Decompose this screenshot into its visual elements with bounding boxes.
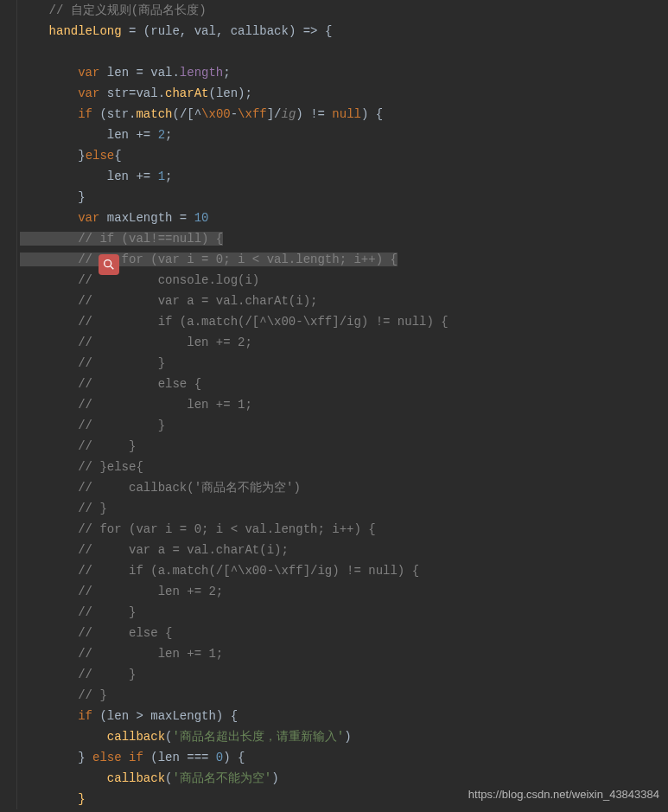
code-line: // } <box>0 602 668 623</box>
code-line: // 自定义规则(商品名长度) <box>0 0 668 21</box>
code-line: handleLong = (rule, val, callback) => { <box>0 21 668 42</box>
code-line: callback('商品名超出长度，请重新输入') <box>0 726 668 747</box>
watermark-text: https://blog.csdn.net/weixin_43843384 <box>468 784 659 805</box>
code-line: // } <box>0 436 668 457</box>
svg-line-1 <box>111 266 113 269</box>
code-line: // len += 2; <box>0 332 668 353</box>
code-line: // } <box>0 685 668 706</box>
code-line: // if (a.match(/[^\x00-\xff]/ig) != null… <box>0 311 668 332</box>
code-line: // len += 2; <box>0 581 668 602</box>
code-line: // callback('商品名不能为空') <box>0 477 668 498</box>
code-line: len += 1; <box>0 166 668 187</box>
code-line: // }else{ <box>0 457 668 477</box>
code-line: // } <box>0 353 668 374</box>
code-line: len += 2; <box>0 125 668 145</box>
code-line <box>0 42 668 62</box>
code-line: // len += 1; <box>0 643 668 664</box>
code-line: } <box>0 187 668 208</box>
code-line: // } <box>0 664 668 685</box>
code-line: // else { <box>0 374 668 394</box>
code-line: // if (a.match(/[^\x00-\xff]/ig) != null… <box>0 560 668 581</box>
code-line: var maxLength = 10 <box>0 208 668 228</box>
code-line: // else { <box>0 623 668 643</box>
code-line: } else if (len === 0) { <box>0 747 668 768</box>
code-line: if (len > maxLength) { <box>0 706 668 726</box>
code-line: var str=val.charAt(len); <box>0 83 668 104</box>
code-line: var len = val.length; <box>0 62 668 83</box>
svg-point-0 <box>105 260 111 267</box>
code-line: // } <box>0 498 668 519</box>
code-line: // if (val!==null) { <box>0 228 668 249</box>
code-line: if (str.match(/[^\x00-\xff]/ig) != null)… <box>0 104 668 125</box>
code-line: // len += 1; <box>0 394 668 415</box>
code-line: // for (var i = 0; i < val.length; i++) … <box>0 519 668 540</box>
code-line: // var a = val.charAt(i); <box>0 291 668 311</box>
code-line: // } <box>0 415 668 436</box>
code-line: // var a = val.charAt(i); <box>0 540 668 560</box>
code-line: }else{ <box>0 145 668 166</box>
code-editor[interactable]: // 自定义规则(商品名长度) handleLong = (rule, val,… <box>0 0 668 809</box>
search-icon[interactable] <box>99 254 119 275</box>
